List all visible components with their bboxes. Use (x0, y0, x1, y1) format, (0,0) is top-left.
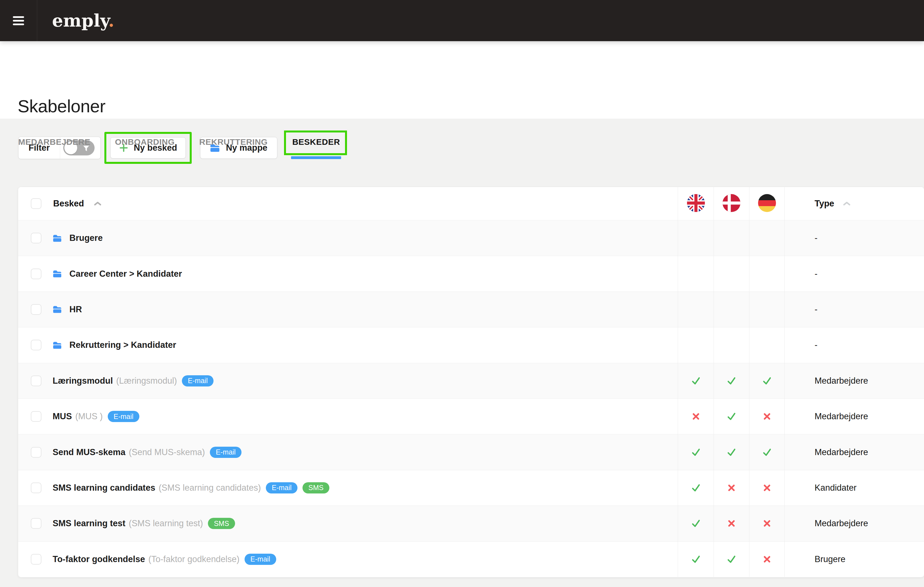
menu-button[interactable] (0, 0, 37, 41)
annotation-box-new-message: Ny besked (104, 132, 192, 164)
check-icon (690, 374, 702, 387)
message-row[interactable]: To-faktor godkendelse(To-faktor godkende… (18, 541, 924, 577)
folder-icon (53, 270, 62, 278)
sms-badge: SMS (208, 518, 235, 529)
de-status-cell (749, 363, 784, 398)
folder-name: HR (69, 304, 82, 314)
row-checkbox[interactable] (31, 269, 41, 279)
folder-name: Rekruttering > Kandidater (69, 340, 176, 350)
message-name: MUS (53, 412, 72, 422)
besked-column-header[interactable]: Besked (53, 198, 84, 208)
row-checkbox[interactable] (31, 375, 41, 386)
check-icon (761, 374, 774, 387)
type-cell: - (784, 256, 924, 291)
de-status-cell (749, 506, 784, 541)
tab-beskeder[interactable]: BESKEDER (292, 137, 340, 147)
type-cell: - (784, 292, 924, 327)
check-icon (690, 481, 702, 494)
message-name: Læringsmodul (53, 376, 113, 386)
de-status-cell (749, 542, 784, 577)
check-icon (725, 446, 738, 459)
de-status-cell (749, 399, 784, 434)
uk-status-cell (678, 542, 714, 577)
cross-icon (726, 518, 738, 529)
select-all-checkbox[interactable] (31, 198, 41, 209)
message-internal-name: (SMS learning candidates) (158, 483, 261, 493)
logo-dot: . (108, 10, 114, 31)
cross-icon (761, 518, 773, 529)
dk-flag-icon (723, 194, 741, 213)
dk-status-cell (714, 399, 749, 434)
logo-text: emply (52, 10, 108, 31)
row-checkbox[interactable] (31, 233, 41, 243)
check-icon (690, 446, 702, 459)
uk-status-cell (678, 327, 714, 363)
de-flag-column-header[interactable] (749, 187, 784, 220)
folder-row[interactable]: Brugere- (18, 220, 924, 256)
message-name: Send MUS-skema (53, 447, 125, 457)
check-icon (690, 517, 702, 530)
page-title: Skabeloner (18, 96, 106, 116)
toolbar: Filter Ny besked Ny mappe (18, 132, 277, 164)
dk-flag-column-header[interactable] (714, 187, 749, 220)
message-name: SMS learning test (53, 518, 125, 529)
folder-icon (53, 305, 62, 313)
row-checkbox[interactable] (31, 554, 41, 565)
tab-onboarding[interactable]: ONBOARDING (115, 137, 175, 147)
besked-sort-icon[interactable] (94, 201, 102, 206)
cross-icon (726, 482, 738, 494)
row-checkbox[interactable] (31, 518, 41, 529)
type-cell: Kandidater (784, 470, 924, 506)
type-cell: Medarbejdere (784, 434, 924, 470)
top-bar: emply. (0, 0, 924, 41)
message-row[interactable]: MUS(MUS )E-mailMedarbejdere (18, 398, 924, 434)
table-header-row: Besked (18, 187, 924, 220)
uk-status-cell (678, 363, 714, 398)
de-flag-icon (758, 194, 776, 213)
row-checkbox[interactable] (31, 340, 41, 351)
message-internal-name: (MUS ) (75, 412, 103, 422)
uk-status-cell (678, 470, 714, 506)
type-cell: Medarbejdere (784, 363, 924, 398)
dk-status-cell (714, 506, 749, 541)
message-internal-name: (Send MUS-skema) (129, 447, 205, 457)
app-logo: emply. (52, 10, 114, 31)
message-row[interactable]: Læringsmodul(Læringsmodul)E-mailMedarbej… (18, 363, 924, 398)
templates-table: Besked (18, 187, 924, 577)
hamburger-icon (13, 16, 24, 25)
message-row[interactable]: SMS learning candidates(SMS learning can… (18, 470, 924, 506)
message-internal-name: (Læringsmodul) (116, 376, 177, 386)
folder-icon (53, 234, 62, 242)
tab-medarbejdere[interactable]: MEDARBEJDERE (18, 137, 91, 147)
type-sort-icon[interactable] (843, 201, 851, 206)
row-checkbox[interactable] (31, 304, 41, 315)
dk-status-cell (714, 327, 749, 363)
check-icon (725, 374, 738, 387)
uk-status-cell (678, 399, 714, 434)
dk-status-cell (714, 292, 749, 327)
uk-status-cell (678, 506, 714, 541)
cross-icon (761, 410, 773, 422)
folder-row[interactable]: HR- (18, 291, 924, 327)
sms-badge: SMS (302, 482, 329, 493)
folder-row[interactable]: Rekruttering > Kandidater- (18, 327, 924, 363)
cross-icon (690, 410, 702, 422)
row-checkbox[interactable] (31, 447, 41, 458)
message-row[interactable]: SMS learning test(SMS learning test)SMSM… (18, 506, 924, 541)
de-status-cell (749, 434, 784, 470)
message-internal-name: (SMS learning test) (129, 518, 203, 529)
row-checkbox[interactable] (31, 411, 41, 422)
email-badge: E-mail (244, 554, 276, 565)
uk-status-cell (678, 220, 714, 256)
message-row[interactable]: Send MUS-skema(Send MUS-skema)E-mailMeda… (18, 434, 924, 470)
de-status-cell (749, 327, 784, 363)
row-checkbox[interactable] (31, 483, 41, 493)
message-name: To-faktor godkendelse (53, 554, 145, 564)
folder-name: Career Center > Kandidater (69, 269, 182, 279)
table-body: Brugere-Career Center > Kandidater-HR-Re… (18, 220, 924, 577)
uk-flag-column-header[interactable] (678, 187, 714, 220)
type-column-header[interactable]: Type (784, 187, 924, 220)
annotation-box-active-tab (284, 131, 347, 155)
tab-rekruttering[interactable]: REKRUTTERING (199, 137, 267, 147)
folder-row[interactable]: Career Center > Kandidater- (18, 256, 924, 291)
